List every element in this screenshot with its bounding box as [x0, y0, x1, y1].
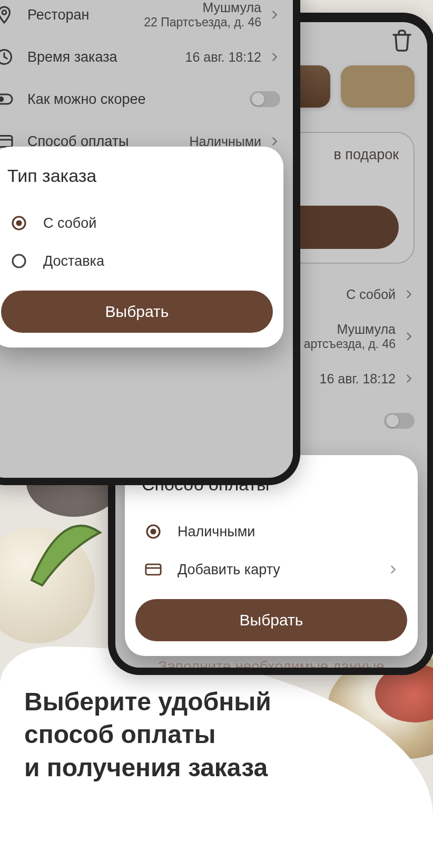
phone-frame-1: Ресторан Мушмула 22 Партсъезда, д. 46 Вр… [0, 0, 300, 485]
row-order-type-value: С собой [346, 286, 396, 302]
order-type-select-button[interactable]: Выбрать [1, 291, 273, 333]
radio-selected-icon [9, 214, 28, 233]
payment-option-add-card-label: Добавить карту [178, 562, 387, 578]
order-type-modal: Тип заказа С собой Доставка Выбрать [0, 147, 283, 348]
row-asap[interactable]: Как можно скорее [0, 78, 293, 120]
row-time-value: 16 авг. 18:12 [185, 49, 261, 65]
toggle-icon [0, 89, 15, 110]
payment-select-label: Выбрать [240, 611, 303, 629]
svg-point-11 [0, 97, 4, 102]
row-restaurant[interactable]: Ресторан Мушмула 22 Партсъезда, д. 46 [0, 0, 293, 36]
card-icon [144, 560, 163, 579]
chevron-right-icon [403, 373, 415, 384]
chevron-right-icon [403, 288, 415, 300]
row-restaurant-label: Ресторан [27, 7, 144, 23]
payment-option-cash[interactable]: Наличными [135, 513, 407, 551]
order-type-option-takeaway-label: С собой [43, 215, 96, 232]
leaf-illustration [5, 496, 121, 601]
order-type-title: Тип заказа [7, 166, 267, 186]
trash-button[interactable] [389, 27, 415, 53]
chevron-right-icon [387, 564, 399, 575]
row-restaurant-value: Мушмула артсъезда, д. 46 [304, 321, 396, 352]
asap-toggle[interactable] [384, 413, 415, 429]
svg-point-5 [150, 528, 156, 534]
chevron-right-icon [269, 136, 280, 147]
pin-icon [0, 4, 15, 25]
caption-line-2: способ оплаты [24, 720, 215, 748]
row-restaurant-value: Мушмула 22 Партсъезда, д. 46 [144, 0, 261, 30]
radio-unselected-icon [9, 252, 28, 271]
radio-selected-icon [144, 522, 163, 541]
chevron-right-icon [269, 9, 280, 21]
footer-hint: Заполните необходимые данные [115, 658, 427, 668]
promo-card-2[interactable] [341, 65, 415, 108]
chevron-right-icon [403, 331, 415, 342]
chevron-right-icon [269, 51, 280, 63]
trash-icon [389, 27, 415, 53]
order-type-option-delivery[interactable]: Доставка [1, 242, 273, 280]
row-time-value: 16 авг. 18:12 [320, 371, 396, 387]
svg-point-15 [16, 220, 22, 226]
row-time[interactable]: Время заказа 16 авг. 18:12 [0, 36, 293, 78]
row-asap-label: Как можно скорее [27, 91, 250, 108]
payment-modal: Способ оплаты Наличными Добавить карту В… [125, 455, 418, 656]
asap-toggle[interactable] [250, 91, 280, 107]
svg-point-8 [2, 11, 6, 15]
svg-point-16 [13, 255, 25, 267]
payment-option-add-card[interactable]: Добавить карту [135, 551, 407, 589]
order-type-option-delivery-label: Доставка [43, 253, 104, 269]
payment-select-button[interactable]: Выбрать [135, 599, 407, 641]
row-time-label: Время заказа [27, 49, 185, 65]
clock-icon [0, 46, 15, 67]
payment-option-cash-label: Наличными [178, 524, 255, 540]
svg-rect-12 [0, 136, 12, 147]
caption-line-1: Выберите удобный [24, 688, 271, 716]
order-type-option-takeaway[interactable]: С собой [1, 204, 273, 242]
svg-rect-6 [146, 564, 161, 575]
caption-line-3: и получения заказа [24, 754, 268, 782]
order-type-select-label: Выбрать [105, 303, 169, 321]
